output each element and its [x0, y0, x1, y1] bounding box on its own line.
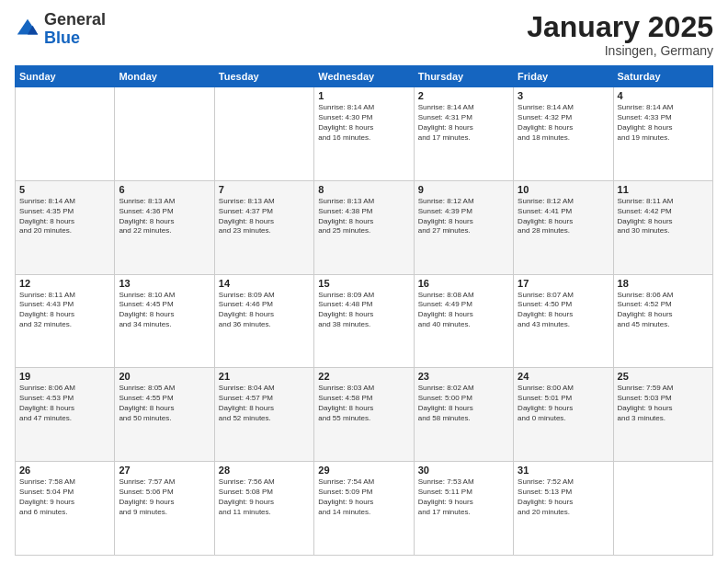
day-number: 10 [518, 184, 609, 195]
day-number: 17 [518, 278, 609, 289]
calendar-cell: 8Sunrise: 8:13 AM Sunset: 4:38 PM Daylig… [314, 180, 414, 274]
day-info: Sunrise: 8:14 AM Sunset: 4:32 PM Dayligh… [518, 103, 609, 143]
logo-text: General Blue [44, 11, 106, 48]
col-thursday: Thursday [414, 66, 513, 87]
day-info: Sunrise: 7:54 AM Sunset: 5:09 PM Dayligh… [318, 477, 409, 517]
calendar-cell: 27Sunrise: 7:57 AM Sunset: 5:06 PM Dayli… [115, 462, 214, 556]
calendar-cell: 2Sunrise: 8:14 AM Sunset: 4:31 PM Daylig… [414, 87, 513, 181]
day-number: 2 [418, 90, 509, 101]
col-saturday: Saturday [613, 66, 712, 87]
day-number: 14 [219, 278, 310, 289]
calendar-cell: 4Sunrise: 8:14 AM Sunset: 4:33 PM Daylig… [613, 87, 712, 181]
day-info: Sunrise: 8:02 AM Sunset: 5:00 PM Dayligh… [418, 384, 509, 423]
month-title: January 2025 [527, 11, 713, 43]
day-info: Sunrise: 8:14 AM Sunset: 4:30 PM Dayligh… [318, 103, 409, 143]
day-number: 23 [418, 371, 509, 382]
calendar-cell: 9Sunrise: 8:12 AM Sunset: 4:39 PM Daylig… [414, 180, 513, 274]
day-info: Sunrise: 8:10 AM Sunset: 4:45 PM Dayligh… [119, 291, 210, 330]
day-info: Sunrise: 8:03 AM Sunset: 4:58 PM Dayligh… [318, 384, 409, 423]
calendar-cell: 30Sunrise: 7:53 AM Sunset: 5:11 PM Dayli… [414, 462, 513, 556]
calendar-cell: 3Sunrise: 8:14 AM Sunset: 4:32 PM Daylig… [514, 87, 613, 181]
col-friday: Friday [514, 66, 613, 87]
day-info: Sunrise: 8:14 AM Sunset: 4:31 PM Dayligh… [418, 103, 509, 143]
col-wednesday: Wednesday [314, 66, 414, 87]
calendar-cell: 10Sunrise: 8:12 AM Sunset: 4:41 PM Dayli… [514, 180, 613, 274]
day-info: Sunrise: 7:52 AM Sunset: 5:13 PM Dayligh… [518, 477, 609, 517]
day-info: Sunrise: 7:58 AM Sunset: 5:04 PM Dayligh… [19, 477, 110, 517]
calendar-table: Sunday Monday Tuesday Wednesday Thursday… [15, 65, 713, 556]
day-number: 16 [418, 278, 509, 289]
day-number: 22 [318, 371, 409, 382]
calendar-cell: 25Sunrise: 7:59 AM Sunset: 5:03 PM Dayli… [613, 368, 712, 462]
day-info: Sunrise: 8:13 AM Sunset: 4:38 PM Dayligh… [318, 197, 409, 236]
logo: General Blue [15, 11, 106, 48]
col-sunday: Sunday [16, 66, 115, 87]
calendar-cell: 20Sunrise: 8:05 AM Sunset: 4:55 PM Dayli… [115, 368, 214, 462]
day-number: 28 [219, 465, 310, 476]
logo-blue-text: Blue [44, 29, 80, 47]
day-number: 26 [19, 465, 110, 476]
day-number: 5 [19, 184, 110, 195]
day-info: Sunrise: 8:13 AM Sunset: 4:36 PM Dayligh… [119, 197, 210, 236]
location-subtitle: Insingen, Germany [527, 43, 713, 58]
title-block: January 2025 Insingen, Germany [527, 11, 713, 58]
calendar-cell [16, 87, 115, 181]
day-info: Sunrise: 8:07 AM Sunset: 4:50 PM Dayligh… [518, 291, 609, 330]
calendar-cell [613, 462, 712, 556]
day-info: Sunrise: 8:06 AM Sunset: 4:53 PM Dayligh… [19, 384, 110, 423]
day-number: 4 [618, 90, 709, 101]
calendar-week-2: 5Sunrise: 8:14 AM Sunset: 4:35 PM Daylig… [16, 180, 713, 274]
day-info: Sunrise: 8:06 AM Sunset: 4:52 PM Dayligh… [618, 291, 709, 330]
calendar-cell: 12Sunrise: 8:11 AM Sunset: 4:43 PM Dayli… [16, 274, 115, 368]
calendar-cell: 17Sunrise: 8:07 AM Sunset: 4:50 PM Dayli… [514, 274, 613, 368]
calendar-cell [115, 87, 214, 181]
day-info: Sunrise: 8:12 AM Sunset: 4:41 PM Dayligh… [518, 197, 609, 236]
day-info: Sunrise: 8:09 AM Sunset: 4:48 PM Dayligh… [318, 291, 409, 330]
calendar-week-5: 26Sunrise: 7:58 AM Sunset: 5:04 PM Dayli… [16, 462, 713, 556]
col-monday: Monday [115, 66, 214, 87]
day-info: Sunrise: 7:57 AM Sunset: 5:06 PM Dayligh… [119, 477, 210, 517]
day-info: Sunrise: 8:11 AM Sunset: 4:42 PM Dayligh… [618, 197, 709, 236]
calendar-cell: 18Sunrise: 8:06 AM Sunset: 4:52 PM Dayli… [613, 274, 712, 368]
day-info: Sunrise: 8:00 AM Sunset: 5:01 PM Dayligh… [518, 384, 609, 423]
logo-general-text: General [44, 10, 106, 29]
day-number: 30 [418, 465, 509, 476]
day-number: 9 [418, 184, 509, 195]
calendar-cell: 28Sunrise: 7:56 AM Sunset: 5:08 PM Dayli… [214, 462, 313, 556]
day-number: 8 [318, 184, 409, 195]
calendar-cell: 13Sunrise: 8:10 AM Sunset: 4:45 PM Dayli… [115, 274, 214, 368]
calendar-cell: 7Sunrise: 8:13 AM Sunset: 4:37 PM Daylig… [214, 180, 313, 274]
day-info: Sunrise: 7:53 AM Sunset: 5:11 PM Dayligh… [418, 477, 509, 517]
day-number: 18 [618, 278, 709, 289]
calendar-cell: 19Sunrise: 8:06 AM Sunset: 4:53 PM Dayli… [16, 368, 115, 462]
day-number: 3 [518, 90, 609, 101]
day-number: 31 [518, 465, 609, 476]
calendar-cell: 5Sunrise: 8:14 AM Sunset: 4:35 PM Daylig… [16, 180, 115, 274]
calendar-cell [214, 87, 313, 181]
day-number: 11 [618, 184, 709, 195]
day-info: Sunrise: 8:05 AM Sunset: 4:55 PM Dayligh… [119, 384, 210, 423]
day-number: 6 [119, 184, 210, 195]
day-number: 25 [618, 371, 709, 382]
calendar-cell: 29Sunrise: 7:54 AM Sunset: 5:09 PM Dayli… [314, 462, 414, 556]
calendar-cell: 23Sunrise: 8:02 AM Sunset: 5:00 PM Dayli… [414, 368, 513, 462]
day-info: Sunrise: 8:04 AM Sunset: 4:57 PM Dayligh… [219, 384, 310, 423]
day-info: Sunrise: 8:13 AM Sunset: 4:37 PM Dayligh… [219, 197, 310, 236]
calendar-week-4: 19Sunrise: 8:06 AM Sunset: 4:53 PM Dayli… [16, 368, 713, 462]
logo-icon [15, 17, 40, 42]
calendar-cell: 14Sunrise: 8:09 AM Sunset: 4:46 PM Dayli… [214, 274, 313, 368]
page: General Blue January 2025 Insingen, Germ… [0, 0, 728, 563]
calendar-week-1: 1Sunrise: 8:14 AM Sunset: 4:30 PM Daylig… [16, 87, 713, 181]
calendar-cell: 21Sunrise: 8:04 AM Sunset: 4:57 PM Dayli… [214, 368, 313, 462]
header: General Blue January 2025 Insingen, Germ… [15, 11, 713, 58]
day-info: Sunrise: 8:14 AM Sunset: 4:35 PM Dayligh… [19, 197, 110, 236]
calendar-cell: 24Sunrise: 8:00 AM Sunset: 5:01 PM Dayli… [514, 368, 613, 462]
calendar-cell: 26Sunrise: 7:58 AM Sunset: 5:04 PM Dayli… [16, 462, 115, 556]
calendar-week-3: 12Sunrise: 8:11 AM Sunset: 4:43 PM Dayli… [16, 274, 713, 368]
day-info: Sunrise: 8:08 AM Sunset: 4:49 PM Dayligh… [418, 291, 509, 330]
day-info: Sunrise: 7:56 AM Sunset: 5:08 PM Dayligh… [219, 477, 310, 517]
day-info: Sunrise: 8:11 AM Sunset: 4:43 PM Dayligh… [19, 291, 110, 330]
calendar-cell: 1Sunrise: 8:14 AM Sunset: 4:30 PM Daylig… [314, 87, 414, 181]
day-number: 12 [19, 278, 110, 289]
day-number: 24 [518, 371, 609, 382]
